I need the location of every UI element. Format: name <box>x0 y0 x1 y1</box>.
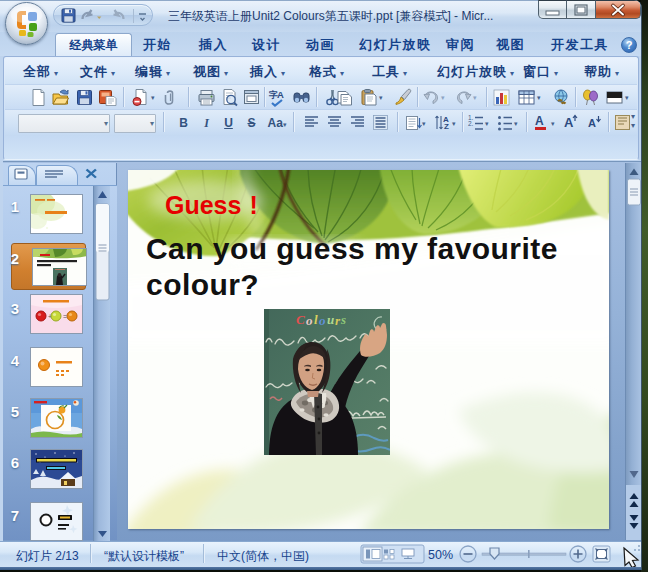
svg-text:o: o <box>319 313 326 328</box>
svg-text:l: l <box>314 312 318 327</box>
svg-text:=: = <box>63 313 67 320</box>
svg-text:o: o <box>306 313 313 328</box>
svg-text:A: A <box>588 117 596 129</box>
svg-text:A: A <box>277 89 284 100</box>
svg-text:A: A <box>564 115 574 130</box>
svg-text:C: C <box>296 312 305 327</box>
svg-text:2.: 2. <box>468 120 474 127</box>
svg-text:A: A <box>535 114 544 128</box>
svg-text:u: u <box>327 312 334 327</box>
svg-text:Z: Z <box>444 122 449 131</box>
svg-text:s: s <box>340 312 346 327</box>
